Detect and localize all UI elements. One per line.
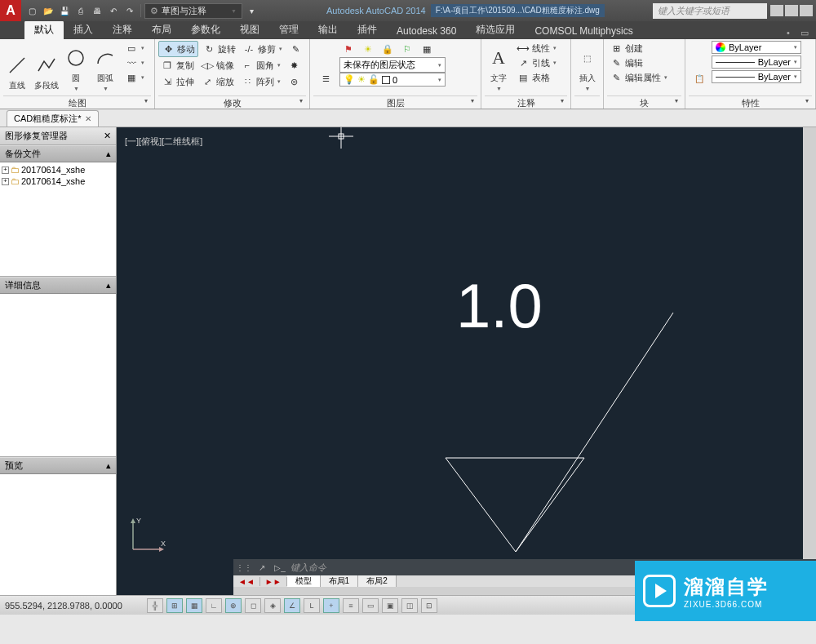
explode-button[interactable]: ✸ <box>285 58 303 73</box>
spline-button[interactable]: 〰▾ <box>122 56 147 70</box>
arc-button[interactable]: 圆弧▼ <box>91 41 119 91</box>
app-logo[interactable]: A <box>0 0 21 21</box>
tab-parametric[interactable]: 参数化 <box>181 20 230 39</box>
status-infer[interactable]: ╬ <box>147 598 163 613</box>
qat-redo-icon[interactable]: ↷ <box>122 3 137 18</box>
copy-button[interactable]: ❐复制 <box>158 58 197 73</box>
maximize-icon[interactable]: ◻ <box>785 5 798 16</box>
cmd-recent-icon[interactable]: ↗ <box>255 561 269 574</box>
layout-next-icon[interactable]: ►► <box>260 577 287 586</box>
create-block-button[interactable]: ⊞创建 <box>607 41 670 56</box>
backup-section[interactable]: 备份文件▴ <box>0 145 116 162</box>
drawing-canvas[interactable]: [一][俯视][二维线框] 1.0 YX ⋮⋮ ↗ ▷_ 键入命令 ◄◄ ►► … <box>117 127 816 595</box>
cmd-prompt-icon[interactable]: ▷_ <box>273 561 287 574</box>
fillet-button[interactable]: ⌐圆角▾ <box>238 58 283 73</box>
status-snap[interactable]: ⊞ <box>166 598 183 613</box>
doc-close-icon[interactable]: ✕ <box>85 114 91 123</box>
qat-dd-icon[interactable]: ▾ <box>244 3 259 18</box>
tab-manage[interactable]: 管理 <box>269 20 308 39</box>
layer-tool3[interactable]: 🔒 <box>379 42 397 56</box>
status-polar[interactable]: ⊕ <box>225 598 242 613</box>
tree-item[interactable]: +🗀20170614_xshe <box>2 164 114 175</box>
line-button[interactable]: 直线 <box>3 41 31 91</box>
side-close-icon[interactable]: ✕ <box>104 131 111 141</box>
polyline-button[interactable]: 多段线 <box>33 41 60 91</box>
panel-prop-title[interactable]: 特性▾ <box>689 95 812 109</box>
status-otrack[interactable]: ∠ <box>284 598 300 613</box>
hatch-button[interactable]: ▦▾ <box>122 70 147 85</box>
qat-open-icon[interactable]: 📂 <box>41 3 55 18</box>
layer-state-dropdown[interactable]: 未保存的图层状态▾ <box>339 57 446 73</box>
qat-undo-icon[interactable]: ↶ <box>106 3 121 18</box>
tab-model[interactable]: 模型 <box>287 575 321 587</box>
tab-output[interactable]: 输出 <box>308 20 348 39</box>
status-qp[interactable]: ▣ <box>382 598 398 613</box>
viewport-label[interactable]: [一][俯视][二维线框] <box>125 135 202 148</box>
linetype-dropdown[interactable]: ByLayer▾ <box>712 70 801 83</box>
tab-annotate[interactable]: 注释 <box>103 20 142 39</box>
cmd-handle-icon[interactable]: ⋮⋮ <box>237 561 251 574</box>
tab-a360[interactable]: Autodesk 360 <box>387 23 466 39</box>
detail-section[interactable]: 详细信息▴ <box>0 277 116 294</box>
move-button[interactable]: ✥移动 <box>158 41 198 57</box>
status-ducs[interactable]: L <box>304 598 320 613</box>
status-lwt[interactable]: ≡ <box>343 598 359 613</box>
qat-saveas-icon[interactable]: ⎙ <box>73 3 88 18</box>
erase-button[interactable]: ✎ <box>286 42 304 56</box>
match-prop-button[interactable]: 📋 <box>689 41 710 91</box>
stretch-button[interactable]: ⇲拉伸 <box>158 74 197 89</box>
panel-modify-title[interactable]: 修改▾ <box>158 95 306 109</box>
status-grid[interactable]: ▦ <box>186 598 202 613</box>
leader-button[interactable]: ↗引线▾ <box>514 56 559 70</box>
status-3dosnap[interactable]: ◈ <box>264 598 281 613</box>
status-osnap[interactable]: ◻ <box>245 598 261 613</box>
text-button[interactable]: A 文字▼ <box>485 41 512 91</box>
linear-button[interactable]: ⟷线性▾ <box>514 41 559 56</box>
circle-button[interactable]: 圆▼ <box>62 41 90 91</box>
tab-view[interactable]: 视图 <box>230 20 269 39</box>
table-button[interactable]: ▤表格 <box>514 70 559 85</box>
qat-save-icon[interactable]: 💾 <box>57 3 72 18</box>
layer-tool4[interactable]: ⚐ <box>398 42 416 56</box>
status-dyn[interactable]: + <box>323 598 339 613</box>
edit-block-button[interactable]: ✎编辑 <box>607 56 670 70</box>
document-tab[interactable]: CAD粗糙度标注* ✕ <box>7 110 99 127</box>
ribbon-min-icon[interactable]: ▭ <box>798 26 811 39</box>
close-icon[interactable]: ✕ <box>800 5 813 16</box>
layer-props-button[interactable]: ☰ <box>313 41 338 91</box>
mirror-button[interactable]: ◁▷镜像 <box>198 58 237 73</box>
qat-new-icon[interactable]: ▢ <box>24 3 39 18</box>
preview-section[interactable]: 预览▴ <box>0 457 116 474</box>
rect-button[interactable]: ▭▾ <box>122 41 147 56</box>
tree-item[interactable]: +🗀20170614_xshe <box>2 175 114 187</box>
workspace-dropdown[interactable]: ⚙ 草图与注释 ▼ <box>144 3 242 19</box>
tab-layout[interactable]: 布局 <box>142 20 181 39</box>
layout-prev-icon[interactable]: ◄◄ <box>233 577 260 586</box>
layer-tool2[interactable]: ☀ <box>359 42 377 56</box>
coordinates[interactable]: 955.5294, 2128.9788, 0.0000 <box>5 601 144 611</box>
insert-button[interactable]: ⬚ 插入▼ <box>574 41 600 91</box>
edit-attr-button[interactable]: ✎编辑属性▾ <box>607 70 670 85</box>
tab-comsol[interactable]: COMSOL Multiphysics <box>525 23 642 39</box>
array-button[interactable]: ∷阵列▾ <box>238 74 283 89</box>
panel-block-title[interactable]: 块▾ <box>607 95 681 109</box>
tab-default[interactable]: 默认 <box>24 20 64 39</box>
minimize-icon[interactable]: ─ <box>770 5 783 16</box>
offset-button[interactable]: ⊜ <box>285 74 303 89</box>
color-dropdown[interactable]: ByLayer▾ <box>712 41 801 54</box>
file-tree[interactable]: +🗀20170614_xshe +🗀20170614_xshe <box>0 162 116 277</box>
lineweight-dropdown[interactable]: ByLayer▾ <box>712 56 801 69</box>
tab-insert[interactable]: 插入 <box>64 20 103 39</box>
status-tpy[interactable]: ▭ <box>362 598 379 613</box>
panel-draw-title[interactable]: 绘图▾ <box>3 95 151 109</box>
status-am[interactable]: ⊡ <box>421 598 437 613</box>
layer-tool5[interactable]: ▦ <box>418 42 436 56</box>
scrollbar-v[interactable] <box>803 127 816 559</box>
panel-layer-title[interactable]: 图层▾ <box>313 95 477 109</box>
status-sc[interactable]: ◫ <box>401 598 418 613</box>
trim-button[interactable]: -/-修剪▾ <box>240 42 285 56</box>
bullet-icon[interactable]: • <box>782 26 795 39</box>
tab-layout2[interactable]: 布局2 <box>358 575 397 587</box>
scale-button[interactable]: ⤢缩放 <box>198 74 237 89</box>
qat-print-icon[interactable]: 🖶 <box>90 3 104 18</box>
